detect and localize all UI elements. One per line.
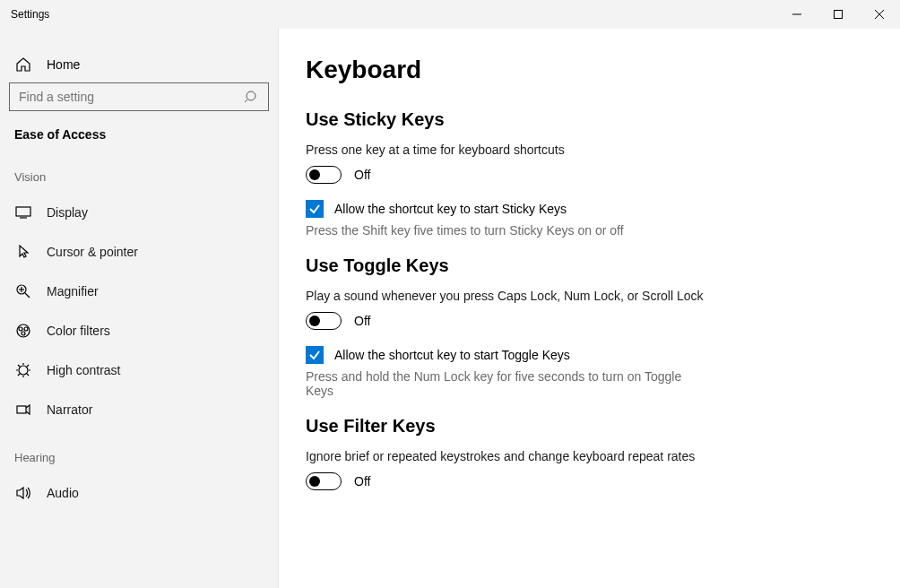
maximize-icon [834, 10, 843, 19]
page-title: Keyboard [306, 56, 873, 84]
sidebar-item-label: Color filters [47, 324, 110, 338]
sidebar-item-display[interactable]: Display [0, 193, 278, 232]
sidebar-item-label: Magnifier [47, 284, 99, 298]
svg-point-4 [247, 91, 255, 100]
svg-point-14 [24, 327, 28, 331]
close-button[interactable] [859, 0, 900, 29]
sidebar-item-high-contrast[interactable]: High contrast [0, 350, 278, 390]
sidebar-item-magnifier[interactable]: Magnifier [0, 272, 278, 311]
cursor-icon [14, 243, 32, 261]
section-desc: Ignore brief or repeated keystrokes and … [306, 449, 873, 463]
sidebar-item-label: High contrast [47, 363, 120, 377]
svg-point-16 [19, 366, 28, 375]
section-title: Use Filter Keys [306, 416, 873, 437]
svg-line-9 [25, 293, 30, 298]
checkbox-label: Allow the shortcut key to start Sticky K… [334, 202, 567, 216]
content-area: Keyboard Use Sticky Keys Press one key a… [278, 29, 900, 588]
svg-line-24 [27, 365, 29, 367]
svg-line-5 [245, 99, 247, 102]
svg-line-23 [18, 374, 20, 376]
sidebar-item-color-filters[interactable]: Color filters [0, 311, 278, 350]
check-icon [308, 349, 321, 361]
sidebar-item-narrator[interactable]: Narrator [0, 390, 278, 429]
sidebar-item-label: Display [47, 205, 88, 220]
minimize-icon [792, 10, 801, 19]
toggle-keys-shortcut-checkbox[interactable] [306, 346, 324, 364]
svg-line-21 [18, 365, 20, 367]
sidebar-item-home[interactable]: Home [0, 47, 278, 82]
sidebar-item-label: Audio [47, 486, 79, 500]
minimize-button[interactable] [776, 0, 818, 29]
section-filter-keys: Use Filter Keys Ignore brief or repeated… [306, 416, 873, 490]
magnifier-icon [14, 282, 32, 300]
home-label: Home [47, 57, 80, 72]
search-input[interactable] [10, 90, 268, 104]
sidebar-item-label: Narrator [47, 402, 92, 417]
color-filters-icon [14, 322, 32, 340]
check-icon [308, 203, 321, 215]
search-icon [245, 90, 259, 108]
filter-keys-toggle[interactable] [306, 472, 342, 490]
svg-line-22 [27, 374, 29, 376]
sidebar-item-audio[interactable]: Audio [0, 473, 278, 513]
sidebar: Home Ease of Access Vision Display Curso… [0, 29, 278, 588]
toggle-keys-toggle[interactable] [306, 312, 342, 330]
svg-rect-1 [835, 11, 843, 19]
section-desc: Play a sound whenever you press Caps Loc… [306, 289, 873, 303]
section-title: Use Sticky Keys [306, 109, 873, 130]
title-bar: Settings [0, 0, 900, 29]
group-label-vision: Vision [0, 149, 278, 193]
toggle-state-label: Off [354, 168, 370, 182]
home-icon [14, 56, 32, 74]
search-box[interactable] [9, 82, 269, 111]
svg-rect-25 [17, 406, 26, 413]
section-toggle-keys: Use Toggle Keys Play a sound whenever yo… [306, 255, 873, 398]
section-sticky-keys: Use Sticky Keys Press one key at a time … [306, 109, 873, 238]
sidebar-heading: Ease of Access [0, 111, 278, 149]
audio-icon [14, 484, 32, 502]
svg-rect-6 [16, 207, 30, 216]
section-desc: Press one key at a time for keyboard sho… [306, 143, 873, 157]
toggle-state-label: Off [354, 314, 370, 328]
narrator-icon [14, 401, 32, 419]
sidebar-item-cursor-pointer[interactable]: Cursor & pointer [0, 232, 278, 272]
section-hint: Press and hold the Num Lock key for five… [306, 369, 700, 398]
svg-point-15 [22, 332, 25, 335]
sticky-keys-toggle[interactable] [306, 166, 342, 184]
group-label-hearing: Hearing [0, 429, 278, 473]
sticky-keys-shortcut-checkbox[interactable] [306, 200, 324, 218]
toggle-state-label: Off [354, 474, 370, 489]
display-icon [14, 203, 32, 221]
section-hint: Press the Shift key five times to turn S… [306, 223, 700, 238]
window-title: Settings [0, 8, 49, 21]
maximize-button[interactable] [818, 0, 859, 29]
window-controls [776, 0, 900, 29]
section-title: Use Toggle Keys [306, 255, 873, 276]
svg-point-13 [19, 327, 22, 331]
checkbox-label: Allow the shortcut key to start Toggle K… [334, 348, 570, 362]
sidebar-item-label: Cursor & pointer [47, 245, 138, 259]
high-contrast-icon [14, 361, 32, 379]
close-icon [875, 10, 884, 19]
